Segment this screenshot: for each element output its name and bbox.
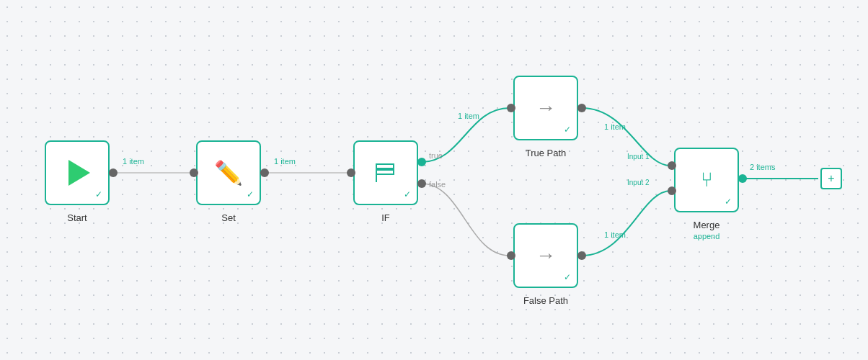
merge-label: Merge append xyxy=(663,220,750,241)
set-node[interactable]: ✏️ ✓ xyxy=(196,140,261,205)
false-out-dot xyxy=(577,251,586,260)
true-merge-label: 1 item xyxy=(604,122,626,131)
check-icon-false: ✓ xyxy=(564,272,571,282)
if-in-dot xyxy=(347,168,355,177)
input1-label: Input 1 xyxy=(627,153,650,161)
false-merge-label: 1 item xyxy=(604,230,626,239)
if-false-dot xyxy=(417,179,426,188)
set-label: Set xyxy=(196,212,261,223)
merge-icon: ⑂ xyxy=(701,168,713,192)
merge-in2-dot xyxy=(668,186,676,195)
merge-sublabel: append xyxy=(694,232,720,240)
false-in-dot xyxy=(507,251,515,260)
check-icon-true: ✓ xyxy=(564,125,571,135)
check-icon-set: ✓ xyxy=(247,189,254,199)
if-true-dot xyxy=(417,158,426,166)
if-true-label: 1 item xyxy=(458,112,479,120)
play-icon xyxy=(68,160,90,186)
true-path-label: True Path xyxy=(502,148,589,158)
merge-in1-dot xyxy=(668,161,676,170)
false-path-node[interactable]: → ✓ xyxy=(513,223,578,288)
merge-node[interactable]: ⑂ ✓ xyxy=(674,148,739,212)
true-out-dot xyxy=(577,104,586,112)
check-icon-if: ✓ xyxy=(404,189,411,199)
check-icon-merge: ✓ xyxy=(725,197,732,207)
start-label: Start xyxy=(45,212,110,223)
arrow-right-icon-false: → xyxy=(536,244,556,267)
true-in-dot xyxy=(507,104,515,112)
set-in-dot xyxy=(190,168,198,177)
set-if-label: 1 item xyxy=(274,157,296,166)
check-icon: ✓ xyxy=(95,189,102,199)
start-out-dot xyxy=(109,168,118,177)
pencil-icon: ✏️ xyxy=(214,159,243,186)
workflow-canvas: ✓ Start 1 item ✏️ ✓ Set 1 item ⛿ ✓ IF tr… xyxy=(0,0,868,360)
false-path-label: False Path xyxy=(502,295,589,306)
set-out-dot xyxy=(260,168,269,177)
if-icon: ⛿ xyxy=(374,160,397,186)
true-path-node[interactable]: → ✓ xyxy=(513,76,578,140)
true-label: true xyxy=(429,151,443,160)
if-node[interactable]: ⛿ ✓ xyxy=(353,140,418,205)
if-label: IF xyxy=(353,212,418,223)
merge-out-label: 2 items xyxy=(750,163,775,171)
input2-label: Input 2 xyxy=(627,179,650,186)
add-node-button[interactable]: + xyxy=(820,168,842,189)
plus-icon: + xyxy=(828,172,834,185)
merge-title: Merge xyxy=(694,220,720,230)
false-label: false xyxy=(429,180,446,189)
start-node[interactable]: ✓ xyxy=(45,140,110,205)
merge-out-dot xyxy=(738,174,747,183)
start-set-label: 1 item xyxy=(123,157,144,166)
arrow-right-icon-true: → xyxy=(536,96,556,120)
